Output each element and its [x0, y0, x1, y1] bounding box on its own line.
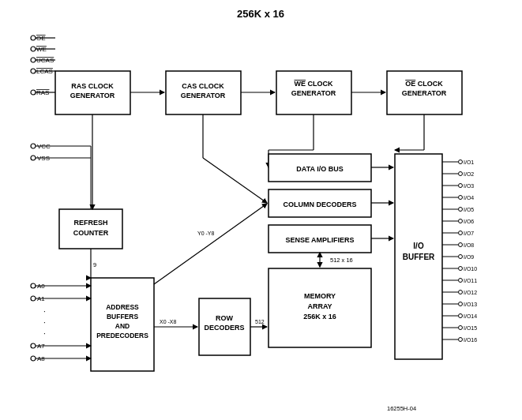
svg-point-61 — [459, 172, 463, 176]
svg-text:256K x 16: 256K x 16 — [303, 313, 336, 321]
svg-text:WE CLOCK: WE CLOCK — [295, 80, 333, 88]
svg-text:I/O14: I/O14 — [464, 313, 477, 319]
svg-text:GENERATOR: GENERATOR — [291, 89, 336, 97]
svg-point-79 — [459, 243, 463, 247]
svg-text:ARRAY: ARRAY — [307, 302, 332, 310]
svg-point-103 — [459, 338, 463, 342]
svg-text:I/O: I/O — [413, 242, 424, 250]
svg-point-134 — [31, 296, 36, 301]
svg-point-9 — [31, 69, 36, 73]
svg-text:MEMORY: MEMORY — [304, 292, 336, 300]
svg-point-35 — [31, 144, 36, 148]
svg-text:512: 512 — [255, 319, 265, 324]
svg-point-82 — [459, 255, 463, 259]
svg-point-58 — [459, 160, 463, 164]
svg-point-3 — [31, 47, 36, 51]
svg-text:ROW: ROW — [216, 314, 234, 322]
svg-text:BUFFER: BUFFER — [403, 253, 435, 261]
svg-text:SENSE AMPLIFIERS: SENSE AMPLIFIERS — [285, 236, 354, 244]
svg-point-6 — [31, 58, 36, 62]
svg-text:9: 9 — [93, 261, 96, 268]
svg-point-70 — [459, 208, 463, 212]
svg-text:Y0 -Y8: Y0 -Y8 — [197, 231, 215, 236]
svg-text:I/O15: I/O15 — [464, 325, 477, 331]
svg-point-140 — [31, 343, 36, 348]
svg-point-88 — [459, 279, 463, 283]
svg-point-0 — [31, 36, 36, 40]
svg-text:ADDRESS: ADDRESS — [106, 303, 139, 311]
svg-text:16255H-04: 16255H-04 — [387, 405, 416, 412]
svg-text:OE CLOCK: OE CLOCK — [405, 80, 443, 88]
svg-text:COUNTER: COUNTER — [73, 229, 109, 237]
svg-line-120 — [154, 204, 267, 284]
svg-point-94 — [459, 302, 463, 306]
svg-text:I/O2: I/O2 — [464, 171, 474, 177]
svg-text:I/O7: I/O7 — [464, 231, 474, 236]
svg-text:X0 -X8: X0 -X8 — [160, 319, 177, 324]
svg-text:RAS CLOCK: RAS CLOCK — [71, 82, 114, 90]
svg-text:512 x 16: 512 x 16 — [330, 257, 353, 264]
svg-text:I/O12: I/O12 — [464, 290, 477, 295]
svg-text:·: · — [43, 329, 46, 338]
svg-point-64 — [459, 184, 463, 188]
svg-text:I/O13: I/O13 — [464, 302, 477, 307]
svg-text:GENERATOR: GENERATOR — [70, 92, 115, 99]
svg-text:I/O16: I/O16 — [464, 337, 477, 343]
svg-text:I/O4: I/O4 — [464, 195, 474, 201]
svg-text:I/O3: I/O3 — [464, 183, 474, 189]
svg-text:BUFFERS: BUFFERS — [107, 313, 138, 321]
svg-text:·: · — [43, 307, 46, 316]
svg-text:GENERATOR: GENERATOR — [402, 89, 447, 97]
wiring-svg: 256K x 16 OE WE UCAS LCAS RAS — [0, 0, 522, 420]
svg-point-76 — [459, 231, 463, 235]
svg-text:DATA I/O BUS: DATA I/O BUS — [296, 165, 343, 173]
svg-text:GENERATOR: GENERATOR — [181, 92, 226, 99]
svg-point-131 — [31, 283, 36, 288]
svg-text:I/O8: I/O8 — [464, 242, 474, 248]
svg-text:DECODERS: DECODERS — [204, 324, 244, 332]
svg-text:COLUMN DECODERS: COLUMN DECODERS — [283, 201, 356, 208]
svg-text:I/O5: I/O5 — [464, 207, 474, 212]
diagram: 256K x 16 OE WE UCAS LCAS RAS — [0, 0, 522, 420]
svg-point-73 — [459, 219, 463, 223]
svg-text:CAS CLOCK: CAS CLOCK — [182, 82, 224, 90]
svg-text:PREDECODERS: PREDECODERS — [96, 332, 148, 339]
title-text: 256K x 16 — [237, 8, 284, 20]
svg-text:I/O11: I/O11 — [464, 278, 477, 283]
svg-point-91 — [459, 291, 463, 294]
svg-point-67 — [459, 196, 463, 200]
svg-point-37 — [31, 156, 36, 160]
svg-point-97 — [459, 314, 463, 318]
svg-text:·: · — [43, 318, 46, 327]
svg-point-143 — [31, 356, 36, 361]
svg-text:I/O10: I/O10 — [464, 266, 477, 272]
svg-point-12 — [31, 90, 36, 95]
svg-line-127 — [203, 158, 267, 203]
svg-text:REFRESH: REFRESH — [73, 219, 107, 227]
svg-text:I/O6: I/O6 — [464, 219, 474, 224]
svg-point-85 — [459, 267, 463, 271]
svg-text:AND: AND — [115, 322, 130, 330]
svg-point-100 — [459, 326, 463, 330]
svg-text:I/O9: I/O9 — [464, 254, 474, 260]
svg-text:I/O1: I/O1 — [464, 159, 474, 165]
